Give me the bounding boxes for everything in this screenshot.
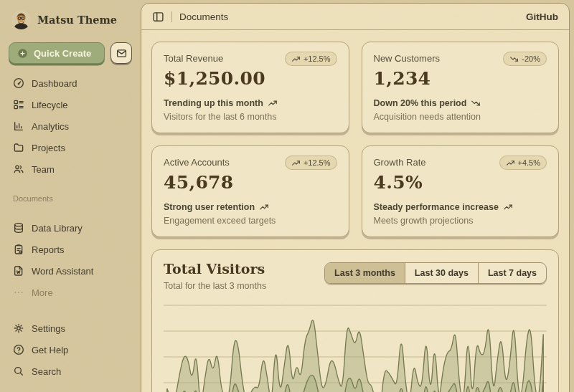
metric-label: Total Revenue	[164, 52, 223, 64]
layout-list-icon	[13, 99, 24, 110]
main-panel: Documents GitHub Total Revenue +12.5% $1…	[141, 3, 570, 392]
metric-subtext: Acquisition needs attention	[374, 112, 547, 122]
trend-badge: +12.5%	[285, 52, 337, 66]
sidebar: Matsu Theme Quick Create	[0, 0, 141, 392]
sidebar-item-reports[interactable]: Reports	[9, 239, 132, 260]
sidebar-item-label: Settings	[32, 323, 65, 334]
sidebar-item-search[interactable]: Search	[9, 360, 132, 382]
plus-circle-icon	[17, 48, 28, 59]
metric-card-total-revenue: Total Revenue +12.5% $1,250.00 Trending …	[151, 42, 349, 133]
sidebar-item-label: Get Help	[32, 345, 68, 355]
folder-icon	[13, 142, 24, 153]
quick-create-button[interactable]: Quick Create	[9, 42, 105, 64]
badge-value: -20%	[522, 54, 540, 63]
app-window: Matsu Theme Quick Create	[0, 0, 574, 392]
badge-value: +4.5%	[518, 158, 541, 167]
metric-card-active-accounts: Active Accounts +12.5% 45,678 Strong use…	[151, 145, 349, 237]
quick-create-label: Quick Create	[34, 48, 91, 59]
trending-up-icon	[291, 54, 301, 64]
trend-badge: -20%	[503, 52, 547, 66]
sidebar-item-label: More	[32, 287, 53, 298]
panel-left-icon	[152, 11, 164, 23]
metric-value: 45,678	[164, 172, 337, 193]
sidebar-nav-footer: Settings Get Help Search	[9, 317, 132, 382]
sidebar-item-label: Analytics	[32, 121, 69, 132]
badge-value: +12.5%	[304, 158, 331, 167]
metric-card-new-customers: New Customers -20% 1,234 Down 20% this p…	[362, 42, 560, 133]
sidebar-item-word-assistant[interactable]: Word Assistant	[9, 260, 132, 282]
gear-icon	[13, 322, 24, 334]
gauge-icon	[13, 77, 24, 89]
metric-value: $1,250.00	[164, 68, 337, 89]
app-title: Matsu Theme	[37, 14, 117, 26]
sidebar-nav-documents: Data Library Reports Word Assistant More	[9, 217, 132, 303]
sidebar-item-data-library[interactable]: Data Library	[9, 217, 132, 239]
github-link[interactable]: GitHub	[526, 11, 558, 22]
sidebar-item-projects[interactable]: Projects	[9, 137, 132, 158]
bar-chart-icon	[13, 120, 24, 132]
clipboard-report-icon	[13, 244, 24, 255]
metric-subtext: Meets growth projections	[374, 216, 547, 226]
page-content: Total Revenue +12.5% $1,250.00 Trending …	[141, 30, 569, 392]
tab-last-30-days[interactable]: Last 30 days	[405, 263, 478, 283]
sidebar-item-get-help[interactable]: Get Help	[9, 339, 132, 360]
sidebar-section-label: Documents	[13, 194, 132, 203]
chart-title: Total Visitors	[164, 261, 266, 277]
header-bar: Documents GitHub	[141, 4, 569, 30]
sidebar-toggle-button[interactable]	[152, 11, 164, 23]
sidebar-item-team[interactable]: Team	[9, 158, 132, 180]
sidebar-item-lifecycle[interactable]: Lifecycle	[9, 94, 132, 115]
sidebar-item-label: Team	[32, 164, 55, 175]
badge-value: +12.5%	[304, 54, 331, 63]
metric-card-growth-rate: Growth Rate +4.5% 4.5% Steady performanc…	[362, 145, 560, 237]
search-icon	[13, 365, 24, 377]
range-tabs: Last 3 months Last 30 days Last 7 days	[324, 262, 547, 284]
sidebar-item-label: Projects	[32, 143, 65, 153]
sidebar-item-label: Search	[32, 366, 61, 377]
metric-footnote: Strong user retention	[164, 202, 255, 212]
sidebar-item-label: Data Library	[32, 223, 83, 234]
trend-badge: +4.5%	[499, 156, 547, 170]
metric-cards: Total Revenue +12.5% $1,250.00 Trending …	[151, 42, 559, 237]
metric-subtext: Visitors for the last 6 months	[164, 112, 337, 122]
total-visitors-card: Total Visitors Total for the last 3 mont…	[151, 249, 559, 392]
sidebar-item-label: Lifecycle	[32, 100, 68, 110]
header-divider	[171, 11, 172, 22]
file-word-icon	[13, 265, 24, 277]
sidebar-item-more[interactable]: More	[9, 282, 132, 303]
trending-down-icon	[471, 98, 481, 108]
metric-value: 1,234	[374, 68, 547, 89]
trending-up-icon	[506, 158, 515, 168]
mail-icon	[116, 48, 127, 59]
metric-label: Growth Rate	[374, 156, 426, 168]
sidebar-item-label: Reports	[32, 244, 65, 255]
trending-up-icon	[503, 202, 513, 212]
help-circle-icon	[13, 344, 24, 355]
breadcrumb: Documents	[179, 11, 228, 22]
sidebar-item-settings[interactable]: Settings	[9, 317, 132, 339]
trending-up-icon	[268, 98, 278, 108]
tab-last-3-months[interactable]: Last 3 months	[325, 263, 405, 283]
trending-up-icon	[259, 202, 269, 212]
tab-last-7-days[interactable]: Last 7 days	[478, 263, 546, 283]
metric-label: Active Accounts	[164, 156, 230, 168]
sidebar-nav-main: Dashboard Lifecycle Analytics Projects T…	[9, 72, 132, 180]
ellipsis-icon	[13, 287, 24, 298]
inbox-button[interactable]	[110, 42, 132, 64]
sidebar-header: Matsu Theme	[9, 9, 132, 29]
metric-subtext: Engagement exceed targets	[164, 216, 337, 226]
trending-up-icon	[291, 158, 301, 168]
database-icon	[13, 222, 24, 234]
metric-footnote: Down 20% this period	[374, 98, 467, 108]
sidebar-item-label: Word Assistant	[32, 266, 93, 277]
sidebar-item-analytics[interactable]: Analytics	[9, 115, 132, 137]
metric-footnote: Steady performance increase	[374, 202, 499, 212]
metric-label: New Customers	[374, 52, 440, 64]
sidebar-item-label: Dashboard	[32, 78, 77, 89]
avatar	[11, 10, 31, 29]
chart-subtitle: Total for the last 3 months	[164, 281, 266, 291]
trending-down-icon	[509, 54, 519, 64]
metric-value: 4.5%	[374, 172, 547, 193]
sidebar-item-dashboard[interactable]: Dashboard	[9, 72, 132, 94]
trend-badge: +12.5%	[285, 156, 337, 170]
